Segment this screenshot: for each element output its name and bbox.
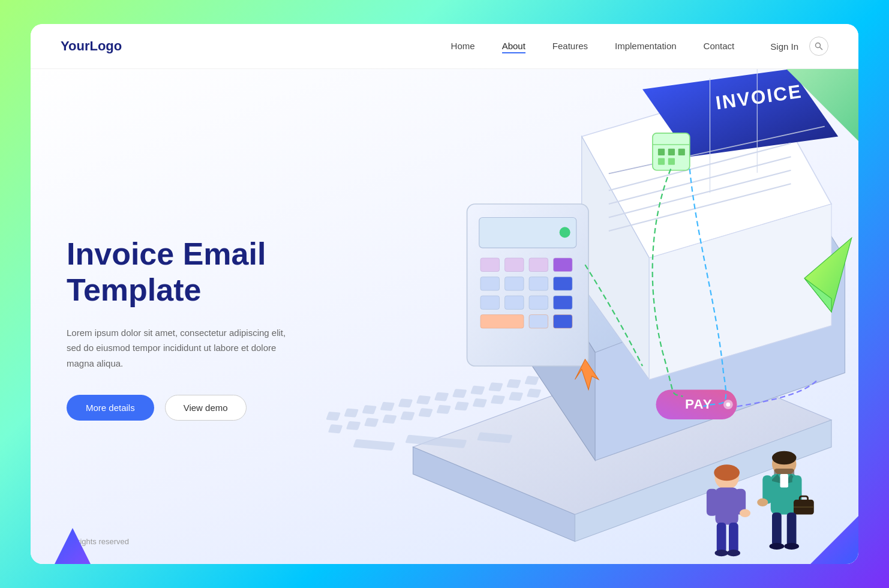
svg-rect-83 <box>707 489 717 516</box>
nav-link-about[interactable]: About <box>502 41 525 53</box>
svg-rect-61 <box>529 296 548 310</box>
sign-in-link[interactable]: Sign In <box>770 41 798 52</box>
svg-point-50 <box>560 227 570 238</box>
svg-rect-27 <box>509 392 524 401</box>
svg-rect-13 <box>470 386 485 395</box>
svg-rect-9 <box>398 398 413 407</box>
svg-rect-29 <box>353 439 395 451</box>
more-details-button[interactable]: More details <box>67 395 154 421</box>
svg-rect-64 <box>529 315 548 329</box>
svg-rect-72 <box>668 158 675 165</box>
nav-link-home[interactable]: Home <box>451 41 475 51</box>
svg-rect-19 <box>364 418 379 427</box>
page-container: YourLogo Home About Features Implementat… <box>31 24 858 564</box>
svg-rect-15 <box>506 379 521 388</box>
nav-link-implementation[interactable]: Implementation <box>615 41 677 51</box>
svg-rect-23 <box>436 405 451 414</box>
svg-point-88 <box>714 550 728 556</box>
svg-rect-24 <box>454 401 469 410</box>
svg-rect-55 <box>480 277 500 291</box>
button-group: More details View demo <box>67 395 289 421</box>
svg-point-76 <box>726 403 731 407</box>
svg-rect-58 <box>554 277 573 291</box>
svg-rect-22 <box>418 408 433 417</box>
svg-rect-6 <box>344 409 359 418</box>
nav-right: Sign In <box>770 37 828 56</box>
hero-title: Invoice Email Template <box>67 236 289 308</box>
nav-link-contact[interactable]: Contact <box>704 41 735 51</box>
svg-rect-12 <box>452 389 467 398</box>
svg-rect-56 <box>505 277 524 291</box>
svg-point-105 <box>770 543 785 550</box>
nav-link-features[interactable]: Features <box>552 41 588 51</box>
navbar: YourLogo Home About Features Implementat… <box>31 24 858 69</box>
logo: YourLogo <box>61 38 122 54</box>
svg-rect-51 <box>480 258 500 272</box>
nav-item-contact[interactable]: Contact <box>704 41 735 52</box>
svg-rect-68 <box>658 149 665 155</box>
svg-rect-11 <box>434 392 449 401</box>
svg-rect-104 <box>787 512 797 546</box>
svg-point-89 <box>727 550 741 556</box>
svg-rect-59 <box>480 296 500 310</box>
svg-rect-103 <box>772 512 782 546</box>
main-content: Invoice Email Template Lorem ipsum dolor… <box>31 69 858 564</box>
left-panel: Invoice Email Template Lorem ipsum dolor… <box>31 69 319 564</box>
svg-point-0 <box>816 43 821 48</box>
svg-rect-52 <box>505 258 524 272</box>
svg-rect-25 <box>473 398 488 407</box>
svg-rect-8 <box>380 402 395 411</box>
svg-rect-28 <box>527 389 542 398</box>
svg-rect-70 <box>678 149 685 155</box>
svg-rect-14 <box>488 382 503 391</box>
svg-point-85 <box>740 509 750 518</box>
svg-rect-57 <box>529 277 548 291</box>
svg-point-81 <box>714 464 740 481</box>
svg-rect-60 <box>505 296 524 310</box>
svg-point-98 <box>757 499 768 507</box>
nav-links: Home About Features Implementation Conta… <box>451 41 735 52</box>
svg-rect-10 <box>416 395 431 404</box>
svg-text:PAY: PAY <box>685 397 713 412</box>
svg-rect-71 <box>658 158 665 165</box>
hero-description: Lorem ipsum dolor sit amet, consectetur … <box>67 325 289 371</box>
nav-item-home[interactable]: Home <box>451 41 475 52</box>
isometric-illustration: INVOICE <box>319 69 858 564</box>
svg-rect-69 <box>668 149 675 155</box>
svg-point-91 <box>772 451 797 465</box>
svg-rect-21 <box>400 412 415 421</box>
svg-rect-86 <box>717 523 726 553</box>
svg-rect-17 <box>328 424 343 433</box>
svg-rect-16 <box>524 376 539 385</box>
svg-rect-65 <box>554 315 573 329</box>
svg-rect-18 <box>346 421 361 430</box>
svg-line-1 <box>820 47 823 50</box>
nav-item-about[interactable]: About <box>502 41 525 52</box>
illustration-area: INVOICE <box>319 69 858 564</box>
svg-rect-87 <box>729 523 738 553</box>
svg-point-106 <box>784 543 799 550</box>
svg-rect-53 <box>529 258 548 272</box>
svg-rect-62 <box>554 296 573 310</box>
svg-rect-54 <box>554 258 573 272</box>
search-icon <box>815 42 823 50</box>
svg-rect-26 <box>491 395 506 404</box>
svg-rect-7 <box>362 405 377 414</box>
nav-item-implementation[interactable]: Implementation <box>615 41 677 52</box>
svg-rect-20 <box>382 415 397 424</box>
svg-rect-82 <box>716 488 738 525</box>
view-demo-button[interactable]: View demo <box>165 395 247 421</box>
nav-item-features[interactable]: Features <box>552 41 588 52</box>
svg-rect-5 <box>326 412 341 421</box>
svg-rect-96 <box>780 474 789 488</box>
search-button[interactable] <box>809 37 828 56</box>
svg-rect-63 <box>480 315 524 329</box>
